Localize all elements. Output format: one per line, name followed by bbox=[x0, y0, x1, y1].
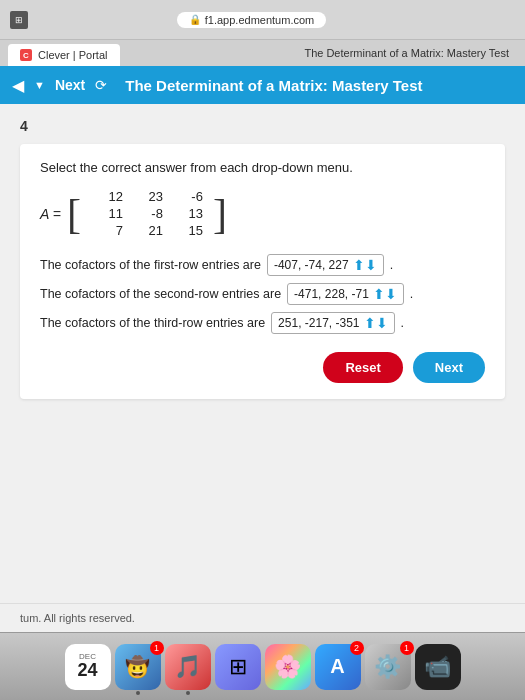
period1: . bbox=[390, 258, 393, 272]
action-buttons: Reset Next bbox=[40, 352, 485, 383]
matrix-bracket-left: [ bbox=[67, 193, 81, 235]
instruction-text: Select the correct answer from each drop… bbox=[40, 160, 485, 175]
finder-badge: 1 bbox=[150, 641, 164, 655]
period3: . bbox=[401, 316, 404, 330]
matrix-cell-r1c1: 12 bbox=[91, 189, 123, 204]
next-button[interactable]: Next bbox=[413, 352, 485, 383]
period2: . bbox=[410, 287, 413, 301]
settings-badge: 1 bbox=[400, 641, 414, 655]
dock-music[interactable]: 🎵 bbox=[165, 644, 211, 690]
dock-photos[interactable]: 🌸 bbox=[265, 644, 311, 690]
cofactor-row3-value: 251, -217, -351 bbox=[278, 316, 359, 330]
url-text: f1.app.edmentum.com bbox=[205, 14, 314, 26]
next-header-label: Next bbox=[55, 77, 85, 93]
photos-icon: 🌸 bbox=[274, 654, 301, 680]
dock-camera[interactable]: 📹 bbox=[415, 644, 461, 690]
matrix-cell-r1c2: 23 bbox=[131, 189, 163, 204]
matrix-grid: 12 23 -6 11 -8 13 7 21 15 bbox=[87, 187, 207, 240]
cofactor-row1-value: -407, -74, 227 bbox=[274, 258, 349, 272]
cofactor-row-3: The cofactors of the third-row entries a… bbox=[40, 312, 485, 334]
matrix-container: A = [ 12 23 -6 11 -8 13 7 21 15 ] bbox=[40, 187, 485, 240]
music-icon: 🎵 bbox=[174, 654, 201, 680]
matrix-cell-r3c1: 7 bbox=[91, 223, 123, 238]
finder-icon: 🤠 bbox=[125, 655, 150, 679]
cofactor-row3-dropdown[interactable]: 251, -217, -351 ⬆⬇ bbox=[271, 312, 394, 334]
camera-icon: 📹 bbox=[424, 654, 451, 680]
dropdown1-arrow-icon: ⬆⬇ bbox=[353, 257, 377, 273]
cofactor-row3-label: The cofactors of the third-row entries a… bbox=[40, 316, 265, 330]
dock-bar: DEC 24 🤠 1 🎵 ⊞ 🌸 A 2 ⚙️ 1 📹 bbox=[0, 632, 525, 700]
cofactor-row2-value: -471, 228, -71 bbox=[294, 287, 369, 301]
question-box: Select the correct answer from each drop… bbox=[20, 144, 505, 399]
cofactor-row-1: The cofactors of the first-row entries a… bbox=[40, 254, 485, 276]
cofactor-row2-dropdown[interactable]: -471, 228, -71 ⬆⬇ bbox=[287, 283, 404, 305]
matrix-cell-r2c3: 13 bbox=[171, 206, 203, 221]
nav-forward-icon[interactable]: ▼ bbox=[34, 79, 45, 91]
footer-text: tum. All rights reserved. bbox=[20, 612, 135, 624]
matrix-cell-r2c1: 11 bbox=[91, 206, 123, 221]
window-icon: ⊞ bbox=[10, 11, 28, 29]
launchpad-icon: ⊞ bbox=[229, 654, 247, 680]
tab-bar: C Clever | Portal The Determinant of a M… bbox=[0, 40, 525, 66]
matrix-cell-r1c3: -6 bbox=[171, 189, 203, 204]
settings-icon: ⚙️ bbox=[374, 654, 401, 680]
appstore-badge: 2 bbox=[350, 641, 364, 655]
cofactor-row1-dropdown[interactable]: -407, -74, 227 ⬆⬇ bbox=[267, 254, 384, 276]
url-bar: 🔒 f1.app.edmentum.com bbox=[177, 12, 326, 28]
dropdown2-arrow-icon: ⬆⬇ bbox=[373, 286, 397, 302]
cofactor-row1-label: The cofactors of the first-row entries a… bbox=[40, 258, 261, 272]
reset-button[interactable]: Reset bbox=[323, 352, 402, 383]
music-dot bbox=[186, 691, 190, 695]
app-header: ◀ ▼ Next ⟳ The Determinant of a Matrix: … bbox=[0, 66, 525, 104]
dock-appstore[interactable]: A 2 bbox=[315, 644, 361, 690]
tab-edmentum[interactable]: The Determinant of a Matrix: Mastery Tes… bbox=[296, 43, 517, 63]
dock-calendar[interactable]: DEC 24 bbox=[65, 644, 111, 690]
lock-icon: 🔒 bbox=[189, 14, 201, 25]
dock-settings[interactable]: ⚙️ 1 bbox=[365, 644, 411, 690]
dropdown3-arrow-icon: ⬆⬇ bbox=[364, 315, 388, 331]
finder-dot bbox=[136, 691, 140, 695]
dock-launchpad[interactable]: ⊞ bbox=[215, 644, 261, 690]
nav-back-icon[interactable]: ◀ bbox=[12, 76, 24, 95]
main-content: 4 Select the correct answer from each dr… bbox=[0, 104, 525, 632]
matrix-label: A = bbox=[40, 206, 61, 222]
tab-edmentum-label: The Determinant of a Matrix: Mastery Tes… bbox=[304, 47, 509, 59]
matrix-cell-r3c3: 15 bbox=[171, 223, 203, 238]
url-bar-area: 🔒 f1.app.edmentum.com bbox=[28, 12, 475, 28]
cofactor-row-2: The cofactors of the second-row entries … bbox=[40, 283, 485, 305]
matrix-cell-r2c2: -8 bbox=[131, 206, 163, 221]
clever-favicon: C bbox=[20, 49, 32, 61]
cofactor-row2-label: The cofactors of the second-row entries … bbox=[40, 287, 281, 301]
dock-calendar-day: 24 bbox=[77, 661, 97, 681]
appstore-icon: A bbox=[330, 655, 344, 678]
matrix-bracket-right: ] bbox=[213, 193, 227, 235]
page-title: The Determinant of a Matrix: Mastery Tes… bbox=[125, 77, 422, 94]
footer: tum. All rights reserved. bbox=[0, 603, 525, 632]
question-number: 4 bbox=[20, 118, 505, 134]
browser-controls: ⊞ bbox=[10, 11, 28, 29]
matrix-cell-r3c2: 21 bbox=[131, 223, 163, 238]
dock-finder[interactable]: 🤠 1 bbox=[115, 644, 161, 690]
refresh-icon[interactable]: ⟳ bbox=[95, 77, 107, 93]
next-header-button[interactable]: Next bbox=[55, 77, 85, 93]
tab-clever-label: Clever | Portal bbox=[38, 49, 108, 61]
browser-chrome: ⊞ 🔒 f1.app.edmentum.com bbox=[0, 0, 525, 40]
tab-clever[interactable]: C Clever | Portal bbox=[8, 44, 120, 66]
